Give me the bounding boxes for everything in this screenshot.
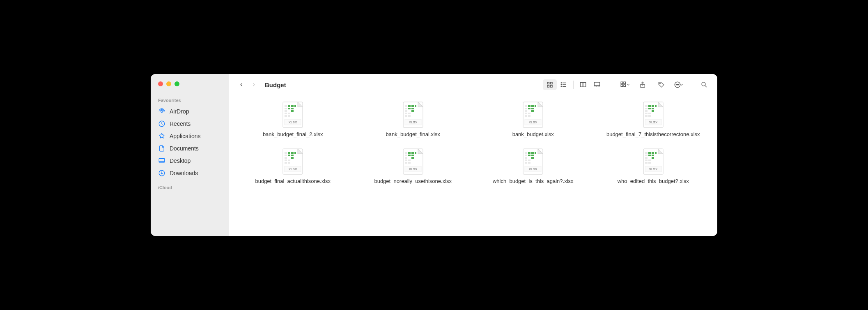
group-by-button[interactable] bbox=[620, 81, 630, 88]
svg-point-49 bbox=[702, 82, 705, 86]
column-view-button[interactable] bbox=[576, 79, 590, 90]
finder-window: Favourites AirDrop Recents Applications … bbox=[151, 74, 717, 236]
svg-point-44 bbox=[659, 83, 660, 84]
svg-rect-34 bbox=[594, 82, 600, 86]
file-name: bank_budget_final.xlsx bbox=[386, 131, 440, 138]
back-button[interactable] bbox=[235, 79, 248, 90]
main-pane: Budget bbox=[229, 74, 717, 236]
xlsx-file-icon bbox=[521, 148, 545, 175]
sidebar-item-applications[interactable]: Applications bbox=[151, 130, 229, 142]
svg-rect-35 bbox=[595, 87, 595, 88]
xlsx-file-icon bbox=[280, 148, 305, 175]
file-name: bank_budget.xlsx bbox=[512, 131, 554, 138]
sidebar-section-icloud: iCloud bbox=[151, 183, 229, 192]
minimize-window-button[interactable] bbox=[166, 81, 171, 86]
sidebar-item-recents[interactable]: Recents bbox=[151, 118, 229, 130]
file-item[interactable]: budget_final_7_thisisthecorrectone.xlsx bbox=[593, 101, 714, 138]
file-name: budget_final_actuallthisone.xlsx bbox=[255, 178, 331, 185]
view-mode-group bbox=[542, 79, 605, 91]
svg-rect-21 bbox=[547, 82, 549, 84]
svg-point-29 bbox=[561, 84, 562, 85]
sidebar-item-downloads[interactable]: Downloads bbox=[151, 167, 229, 179]
svg-rect-38 bbox=[599, 87, 600, 88]
file-item[interactable]: bank_budget_final.xlsx bbox=[353, 101, 473, 138]
sidebar-item-label: Documents bbox=[170, 145, 199, 152]
list-view-button[interactable] bbox=[557, 79, 571, 90]
file-item[interactable]: budget_noreally_usethisone.xlsx bbox=[353, 148, 473, 185]
file-name: who_edited_this_budget?.xlsx bbox=[618, 178, 689, 185]
svg-point-46 bbox=[676, 84, 677, 85]
chevron-down-icon bbox=[626, 83, 630, 87]
svg-rect-36 bbox=[596, 87, 597, 88]
forward-button[interactable] bbox=[248, 79, 260, 90]
svg-rect-18 bbox=[159, 159, 165, 162]
sidebar-item-desktop[interactable]: Desktop bbox=[151, 155, 229, 167]
share-button[interactable] bbox=[636, 79, 649, 90]
sidebar-section-favourites: Favourites bbox=[151, 96, 229, 105]
file-item[interactable]: who_edited_this_budget?.xlsx bbox=[593, 148, 714, 185]
xlsx-file-icon bbox=[641, 148, 666, 175]
tags-button[interactable] bbox=[655, 79, 668, 90]
svg-point-48 bbox=[678, 84, 679, 85]
svg-rect-22 bbox=[551, 82, 553, 84]
desktop-icon bbox=[158, 157, 165, 164]
folder-title: Budget bbox=[265, 81, 286, 88]
xlsx-file-icon bbox=[521, 101, 545, 128]
xlsx-file-icon bbox=[401, 101, 425, 128]
svg-rect-31 bbox=[580, 83, 586, 87]
svg-point-47 bbox=[677, 84, 678, 85]
window-controls bbox=[151, 81, 229, 96]
sidebar-item-documents[interactable]: Documents bbox=[151, 142, 229, 155]
xlsx-file-icon bbox=[641, 101, 666, 128]
recents-icon bbox=[158, 120, 165, 127]
search-button[interactable] bbox=[698, 79, 711, 90]
file-grid-container: bank_budget_final_2.xlsx bank_budget_fin… bbox=[229, 95, 717, 236]
more-actions-button[interactable] bbox=[674, 81, 684, 88]
file-item[interactable]: which_budget_is_this_again?.xlsx bbox=[473, 148, 593, 185]
icon-view-button[interactable] bbox=[543, 79, 557, 90]
svg-point-28 bbox=[561, 83, 562, 83]
downloads-icon bbox=[158, 169, 165, 177]
xlsx-file-icon bbox=[401, 148, 425, 175]
svg-rect-39 bbox=[621, 82, 623, 84]
svg-point-16 bbox=[161, 111, 163, 113]
toolbar-separator bbox=[573, 81, 574, 89]
applications-icon bbox=[158, 132, 165, 140]
toolbar: Budget bbox=[229, 74, 717, 95]
documents-icon bbox=[158, 145, 165, 152]
chevron-down-icon bbox=[680, 83, 684, 87]
svg-rect-42 bbox=[624, 85, 626, 87]
file-name: bank_budget_final_2.xlsx bbox=[263, 131, 323, 138]
file-grid: bank_budget_final_2.xlsx bank_budget_fin… bbox=[233, 101, 713, 185]
svg-rect-24 bbox=[551, 86, 553, 88]
svg-rect-41 bbox=[621, 85, 623, 87]
file-name: budget_final_7_thisisthecorrectone.xlsx bbox=[606, 131, 700, 138]
sidebar-item-label: Downloads bbox=[170, 170, 198, 176]
sidebar-item-label: AirDrop bbox=[170, 108, 189, 115]
file-item[interactable]: budget_final_actuallthisone.xlsx bbox=[233, 148, 353, 185]
svg-point-30 bbox=[561, 86, 562, 87]
svg-rect-40 bbox=[624, 82, 626, 84]
fullscreen-window-button[interactable] bbox=[175, 81, 179, 86]
svg-rect-23 bbox=[547, 86, 549, 88]
file-item[interactable]: bank_budget.xlsx bbox=[473, 101, 593, 138]
file-name: budget_noreally_usethisone.xlsx bbox=[374, 178, 452, 185]
close-window-button[interactable] bbox=[158, 81, 163, 86]
sidebar-item-label: Applications bbox=[170, 133, 201, 139]
file-name: which_budget_is_this_again?.xlsx bbox=[493, 178, 574, 185]
xlsx-file-icon bbox=[280, 101, 305, 128]
airdrop-icon bbox=[158, 108, 165, 115]
svg-rect-37 bbox=[598, 87, 599, 88]
sidebar-item-label: Desktop bbox=[170, 157, 191, 164]
gallery-view-button[interactable] bbox=[590, 79, 604, 90]
sidebar: Favourites AirDrop Recents Applications … bbox=[151, 74, 229, 236]
sidebar-item-label: Recents bbox=[170, 120, 191, 127]
file-item[interactable]: bank_budget_final_2.xlsx bbox=[233, 101, 353, 138]
svg-line-50 bbox=[705, 86, 707, 87]
sidebar-item-airdrop[interactable]: AirDrop bbox=[151, 105, 229, 118]
